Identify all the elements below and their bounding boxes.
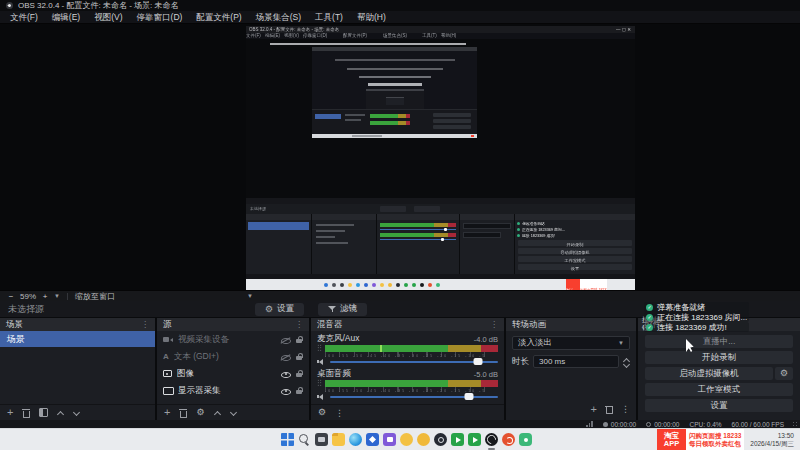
source-row[interactable]: 图像 — [157, 365, 309, 382]
remove-transition-button[interactable] — [605, 405, 613, 414]
menu-item-3[interactable]: 停靠窗口(D) — [130, 11, 190, 24]
captured-taskbar-dot — [364, 283, 368, 287]
mic-volume-slider[interactable] — [330, 361, 498, 363]
zoom-out-button[interactable]: − — [6, 292, 16, 301]
mixer-menu-icon[interactable]: ⋮ — [335, 408, 344, 418]
no-source-label: 未选择源 — [8, 303, 44, 316]
add-scene-button[interactable]: + — [7, 407, 13, 418]
scene-item-selected[interactable]: 场景 — [0, 331, 155, 347]
green-app-2-icon[interactable] — [468, 433, 481, 446]
dock-menu-icon[interactable]: ⋮ — [141, 320, 149, 329]
file-explorer-icon[interactable] — [332, 433, 345, 446]
stream-time: 00:00:00 — [611, 421, 636, 428]
resize-grip[interactable] — [792, 421, 798, 427]
source-settings-button[interactable]: ⚙ 设置 — [255, 303, 304, 316]
start-icon[interactable] — [281, 433, 294, 446]
scenes-toolbar: + — [0, 404, 155, 420]
drag-grip-icon[interactable] — [317, 379, 322, 387]
control-button-4[interactable]: 设置 — [645, 399, 793, 412]
add-source-button[interactable]: + — [164, 407, 170, 418]
eye-off-icon[interactable] — [281, 336, 291, 344]
lock-icon[interactable] — [296, 336, 303, 344]
scene-filters-button[interactable] — [39, 408, 48, 417]
virtual-camera-config-button[interactable]: ⚙ — [775, 367, 793, 380]
control-button-1[interactable]: 开始录制 — [645, 351, 793, 364]
speaker-icon[interactable] — [317, 393, 326, 401]
zoom-in-button[interactable]: + — [40, 292, 50, 301]
source-properties-button[interactable]: ⚙ — [196, 408, 204, 417]
control-button-2[interactable]: 启动虚拟摄像机 — [645, 367, 773, 380]
transition-menu-icon[interactable]: ⋮ — [621, 404, 630, 414]
toast-notification: ✓弹幕准备就绪 — [644, 302, 749, 312]
eye-icon[interactable] — [281, 370, 291, 378]
mint-app-icon[interactable] — [519, 433, 532, 446]
source-row[interactable]: 视频采集设备 — [157, 331, 309, 348]
menu-item-5[interactable]: 场景集合(S) — [249, 11, 308, 24]
orange-app-icon[interactable] — [502, 433, 515, 446]
mixer-channel-desktop: 桌面音频 -5.0 dB -60 -55 -50 -45 -40 -35 -30… — [317, 369, 498, 401]
eye-off-icon[interactable] — [281, 353, 291, 361]
lock-icon[interactable] — [296, 387, 303, 395]
dock-menu-icon[interactable]: ⋮ — [490, 320, 498, 329]
remove-source-button[interactable] — [179, 408, 187, 417]
mixer-dock-header[interactable]: 混音器 ⋮ — [311, 318, 504, 331]
zoom-dropdown-caret[interactable]: ▼ — [54, 293, 60, 299]
move-scene-down-button[interactable] — [73, 410, 80, 416]
meter-scale: -60 -55 -50 -45 -40 -35 -30 -25 -20 -15 … — [325, 352, 498, 357]
captured-preview — [246, 39, 635, 198]
desktop-volume-slider[interactable] — [330, 396, 498, 398]
menu-item-2[interactable]: 视图(V) — [87, 11, 129, 24]
menu-item-7[interactable]: 帮助(H) — [350, 11, 393, 24]
blue-app-icon[interactable] — [366, 433, 379, 446]
search-icon[interactable] — [298, 433, 311, 446]
transition-dock-header[interactable]: 转场动画 — [506, 318, 636, 331]
transition-select[interactable]: 淡入淡出 ▼ — [512, 336, 630, 350]
menu-item-0[interactable]: 文件(F) — [3, 11, 45, 24]
duration-input[interactable]: 300 ms — [533, 355, 619, 368]
obs-studio-icon[interactable] — [485, 433, 498, 446]
source-row[interactable]: A文本 (GDI+) — [157, 348, 309, 365]
lock-icon[interactable] — [296, 370, 303, 378]
task-view-app-icon[interactable] — [315, 433, 328, 446]
yellow-app-1-icon[interactable] — [400, 433, 413, 446]
preview-area[interactable]: OBS 32.0.4 - 配置文件: 未命名 - 场景: 未命名 — ▢ ✕ 文… — [0, 24, 800, 290]
edge-browser-icon[interactable] — [349, 433, 362, 446]
move-source-up-button[interactable] — [214, 410, 221, 416]
control-button-3[interactable]: 工作室模式 — [645, 383, 793, 396]
mixer-settings-icon[interactable]: ⚙ — [318, 408, 326, 417]
source-filters-button[interactable]: 滤镜 — [318, 303, 367, 316]
taskbar-clock[interactable]: 13:50 2026/4/15/周三 — [746, 429, 800, 450]
taobao-ad-banner[interactable]: 淘宝 APP 闪购页面搜 18233 每日领取外卖红包 — [657, 429, 744, 450]
menu-item-1[interactable]: 编辑(E) — [45, 11, 87, 24]
menu-item-6[interactable]: 工具(T) — [308, 11, 350, 24]
steam-app-icon[interactable] — [434, 433, 447, 446]
green-app-1-icon[interactable] — [451, 433, 464, 446]
control-button-0[interactable]: 直播中... — [645, 335, 793, 348]
purple-app-icon[interactable] — [383, 433, 396, 446]
speaker-icon[interactable] — [317, 358, 326, 366]
title-bar[interactable]: OBS 32.0.4 - 配置文件: 未命名 - 场景: 未命名 — [0, 0, 800, 11]
zoom-level: 59% — [20, 292, 36, 301]
eye-icon[interactable] — [281, 387, 291, 395]
sources-dock-header[interactable]: 源 ⋮ — [157, 318, 309, 331]
yellow-app-2-icon[interactable] — [417, 433, 430, 446]
add-transition-button[interactable]: + — [591, 403, 597, 415]
drag-grip-icon[interactable] — [317, 344, 322, 352]
taobao-brand[interactable]: 淘宝 APP — [657, 429, 686, 450]
move-source-down-button[interactable] — [230, 410, 237, 416]
fit-mode-caret[interactable]: ▼ — [247, 293, 253, 299]
scenes-dock-header[interactable]: 场景 ⋮ — [0, 318, 155, 331]
move-scene-up-button[interactable] — [57, 410, 64, 416]
mic-db-value: -4.0 dB — [474, 335, 498, 344]
remove-scene-button[interactable] — [22, 408, 30, 417]
taobao-ad-text[interactable]: 闪购页面搜 18233 每日领取外卖红包 — [686, 429, 744, 450]
source-row[interactable]: 显示器采集 — [157, 382, 309, 399]
lock-icon[interactable] — [296, 353, 303, 361]
divider — [67, 293, 68, 300]
stepper-down-icon[interactable] — [623, 362, 630, 366]
dock-menu-icon[interactable]: ⋮ — [295, 320, 303, 329]
menu-item-4[interactable]: 配置文件(P) — [189, 11, 248, 24]
fit-mode-dropdown[interactable]: 缩放至窗口 — [75, 291, 115, 302]
desktop-volume-meter — [325, 380, 498, 387]
duration-stepper[interactable] — [623, 357, 630, 366]
